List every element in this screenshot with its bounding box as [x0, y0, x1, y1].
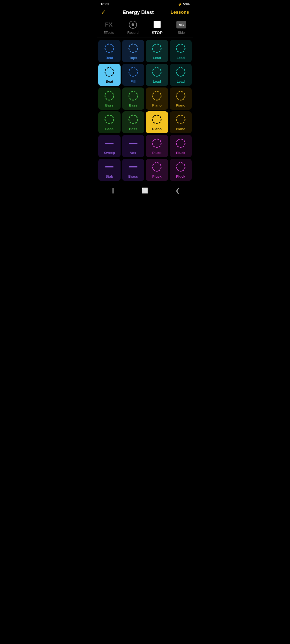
pad-label-20: Stab — [106, 174, 113, 178]
side-button[interactable]: AB Side — [172, 20, 191, 35]
ab-icon: AB — [176, 21, 186, 28]
lessons-button[interactable]: Lessons — [171, 10, 189, 15]
pad-label-11: Piano — [176, 103, 185, 107]
stop-button[interactable]: STOP — [148, 20, 166, 35]
pluck-pad-19[interactable]: Pluck — [170, 135, 192, 157]
bass-pad-13[interactable]: Bass — [122, 111, 144, 134]
pad-label-8: Bass — [105, 103, 114, 107]
pad-label-6: Lead — [153, 79, 161, 83]
bass-pad-9[interactable]: Bass — [122, 87, 144, 110]
vox-line-icon — [127, 137, 139, 149]
time-display: 16:03 — [100, 2, 109, 6]
svg-point-22 — [153, 163, 161, 171]
stab-line-icon — [103, 161, 115, 173]
back-nav-button[interactable]: ❮ — [175, 187, 180, 194]
piano-pad-15[interactable]: Piano — [170, 111, 192, 134]
tops-circle-icon — [127, 42, 139, 54]
svg-point-14 — [153, 115, 161, 124]
svg-point-15 — [176, 115, 185, 124]
piano-circle-icon — [151, 114, 163, 125]
recent-apps-button[interactable]: ||| — [110, 188, 114, 194]
lead-circle-icon — [151, 66, 163, 78]
beat-pad-4[interactable]: Beat — [98, 64, 121, 86]
tops-pad-1[interactable]: Tops — [122, 40, 144, 62]
piano-pad-11[interactable]: Piano — [170, 87, 192, 110]
pad-label-10: Piano — [152, 103, 162, 107]
pluck-circle-icon — [175, 161, 187, 173]
svg-point-6 — [153, 68, 161, 76]
lead-pad-3[interactable]: Lead — [170, 40, 192, 62]
pad-label-14: Piano — [152, 127, 162, 131]
lead-pad-6[interactable]: Lead — [146, 64, 168, 86]
piano-pad-14[interactable]: Piano — [146, 111, 168, 134]
record-icon — [129, 21, 137, 29]
battery-display: 53% — [183, 2, 190, 6]
svg-point-2 — [153, 44, 161, 53]
svg-point-13 — [129, 115, 137, 124]
svg-point-12 — [105, 115, 114, 124]
piano-circle-icon — [175, 90, 187, 102]
bass-circle-icon — [103, 90, 115, 102]
piano-circle-icon — [175, 114, 187, 125]
pad-label-18: Pluck — [152, 151, 162, 155]
pad-label-17: Vox — [130, 151, 136, 155]
lead-circle-icon — [175, 42, 187, 54]
lead-pad-2[interactable]: Lead — [146, 40, 168, 62]
svg-point-7 — [176, 68, 185, 76]
pad-label-16: Sweep — [104, 151, 115, 155]
pad-label-15: Piano — [176, 127, 185, 131]
record-button[interactable]: Record — [124, 20, 142, 35]
sweep-pad-16[interactable]: Sweep — [98, 135, 121, 157]
fx-icon: FX — [105, 21, 113, 28]
pad-label-21: Brass — [128, 174, 138, 178]
fill-pad-5[interactable]: Fill — [122, 64, 144, 86]
pluck-circle-icon — [151, 137, 163, 149]
svg-point-0 — [105, 44, 114, 53]
pluck-pad-22[interactable]: Pluck — [146, 159, 168, 181]
pad-label-9: Bass — [129, 103, 137, 107]
lead-pad-7[interactable]: Lead — [170, 64, 192, 86]
svg-point-18 — [153, 139, 161, 148]
fill-circle-icon — [127, 66, 139, 78]
brass-line-icon — [127, 161, 139, 173]
pad-label-12: Bass — [105, 127, 114, 131]
status-icons: ⚡ 53% — [178, 2, 190, 6]
svg-point-4 — [105, 68, 114, 76]
stop-icon — [154, 21, 161, 28]
pluck-pad-23[interactable]: Pluck — [170, 159, 192, 181]
pad-label-19: Pluck — [176, 151, 185, 155]
status-bar: 16:03 ⚡ 53% — [97, 0, 193, 7]
bass-pad-8[interactable]: Bass — [98, 87, 121, 110]
sweep-line-icon — [103, 137, 115, 149]
beat-pad-0[interactable]: Beat — [98, 40, 121, 62]
effects-button[interactable]: FX Effects — [99, 20, 118, 35]
record-label: Record — [127, 31, 139, 35]
pad-label-5: Fill — [130, 79, 136, 83]
vox-pad-17[interactable]: Vox — [122, 135, 144, 157]
svg-point-10 — [153, 92, 161, 100]
pad-label-4: Beat — [106, 79, 113, 83]
svg-point-19 — [176, 139, 185, 148]
pad-grid: BeatTopsLeadLeadBeatFillLeadLeadBassBass… — [97, 38, 193, 183]
home-button[interactable]: ⬜ — [142, 187, 148, 194]
header: ✓ Energy Blast Lessons — [97, 7, 193, 19]
piano-pad-10[interactable]: Piano — [146, 87, 168, 110]
pluck-pad-18[interactable]: Pluck — [146, 135, 168, 157]
effects-label: Effects — [103, 31, 114, 35]
pad-label-22: Pluck — [152, 174, 162, 178]
toolbar: FX Effects Record STOP AB Side — [97, 19, 193, 38]
beat-circle-icon — [103, 42, 115, 54]
pad-label-7: Lead — [177, 79, 185, 83]
beat-circle-icon — [103, 66, 115, 78]
lead-circle-icon — [175, 66, 187, 78]
piano-circle-icon — [151, 90, 163, 102]
bass-circle-icon — [103, 114, 115, 125]
back-button[interactable]: ✓ — [101, 9, 106, 16]
brass-pad-21[interactable]: Brass — [122, 159, 144, 181]
stab-pad-20[interactable]: Stab — [98, 159, 121, 181]
svg-point-8 — [105, 92, 114, 100]
pad-label-1: Tops — [129, 56, 137, 60]
pad-label-3: Lead — [177, 56, 185, 60]
pad-label-0: Beat — [106, 56, 113, 60]
bass-pad-12[interactable]: Bass — [98, 111, 121, 134]
